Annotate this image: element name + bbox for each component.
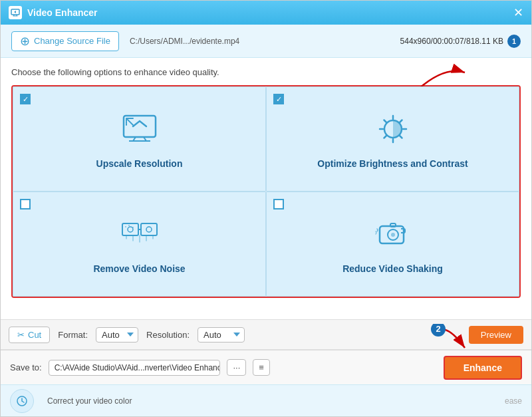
svg-rect-4 [122, 223, 138, 235]
resolution-label: Resolution: [146, 330, 190, 340]
noise-icon [120, 214, 160, 257]
titlebar: Video Enhancer ✕ [1, 1, 531, 25]
cut-button[interactable]: ✂ Cut [9, 327, 50, 343]
svg-point-9 [128, 225, 130, 226]
lower-icon-1 [10, 389, 34, 413]
change-source-button[interactable]: ⊕ Change Source File [11, 31, 119, 51]
source-bar: ⊕ Change Source File C:/Users/ADMI.../ev… [1, 25, 531, 58]
format-label: Format: [58, 330, 88, 340]
format-select[interactable]: Auto MP4 AVI MOV [96, 327, 138, 343]
checkbox-noise[interactable] [20, 199, 31, 209]
option-noise[interactable]: Remove Video Noise [13, 192, 266, 297]
toolbar: ✂ Cut Format: Auto MP4 AVI MOV Resolutio… [1, 319, 531, 350]
options-grid: Upscale Resolution Optimize Brightness a… [11, 85, 521, 298]
subtitle: Choose the following options to enhance … [11, 67, 521, 77]
checkbox-brightness[interactable] [273, 94, 284, 104]
resolution-select[interactable]: Auto 1080p 720p 480p [198, 327, 245, 343]
lower-partial-text: Correct your video color [47, 396, 132, 406]
upscale-icon [120, 109, 160, 152]
svg-rect-14 [390, 223, 396, 227]
svg-point-13 [391, 233, 395, 237]
preview-button[interactable]: Preview [469, 326, 523, 344]
upscale-label: Upscale Resolution [96, 158, 183, 169]
titlebar-title: Video Enhancer [27, 7, 98, 18]
svg-point-10 [132, 227, 134, 228]
shaking-label: Reduce Video Shaking [342, 263, 443, 274]
save-path: C:\AVAide Studio\AVAid...nverter\Video E… [49, 360, 221, 376]
shaking-icon [373, 214, 413, 257]
svg-rect-5 [141, 223, 157, 235]
video-enhancer-window: Video Enhancer ✕ ⊕ Change Source File C:… [0, 0, 532, 417]
enhance-button[interactable]: Enhance [444, 356, 522, 380]
plus-icon: ⊕ [20, 35, 30, 47]
cut-label: Cut [28, 330, 41, 340]
file-meta: 544x960/00:00:07/818.11 KB 1 [400, 35, 521, 48]
change-source-label: Change Source File [34, 36, 110, 46]
option-brightness[interactable]: Optimize Brightness and Contrast [266, 86, 519, 192]
noise-label: Remove Video Noise [93, 263, 185, 274]
checkbox-shaking[interactable] [273, 199, 284, 209]
option-upscale[interactable]: Upscale Resolution [13, 86, 266, 192]
save-bar: 2 Save to: C:\AVAide Studio\AVAid...nver… [1, 350, 531, 384]
svg-point-7 [146, 227, 152, 232]
close-button[interactable]: ✕ [513, 7, 523, 19]
app-icon [9, 6, 22, 19]
checkbox-upscale[interactable] [20, 94, 31, 104]
brightness-icon [373, 109, 413, 152]
content-area: Choose the following options to enhance … [1, 58, 531, 319]
file-meta-text: 544x960/00:00:07/818.11 KB [400, 37, 503, 46]
save-folder-button[interactable]: ≡ [253, 359, 270, 376]
lower-ease-text: ease [505, 396, 522, 406]
svg-point-8 [125, 226, 126, 227]
save-browse-button[interactable]: ··· [227, 359, 246, 376]
badge-1: 1 [507, 35, 521, 48]
scissors-icon: ✂ [17, 330, 25, 340]
file-path: C:/Users/ADMI.../evidente.mp4 [130, 37, 390, 46]
brightness-label: Optimize Brightness and Contrast [317, 158, 467, 169]
lower-partial: Correct your video color ease [1, 384, 531, 416]
option-shaking[interactable]: Reduce Video Shaking [266, 192, 519, 297]
save-label: Save to: [10, 362, 42, 372]
titlebar-left: Video Enhancer [9, 6, 98, 19]
svg-point-6 [128, 227, 133, 232]
